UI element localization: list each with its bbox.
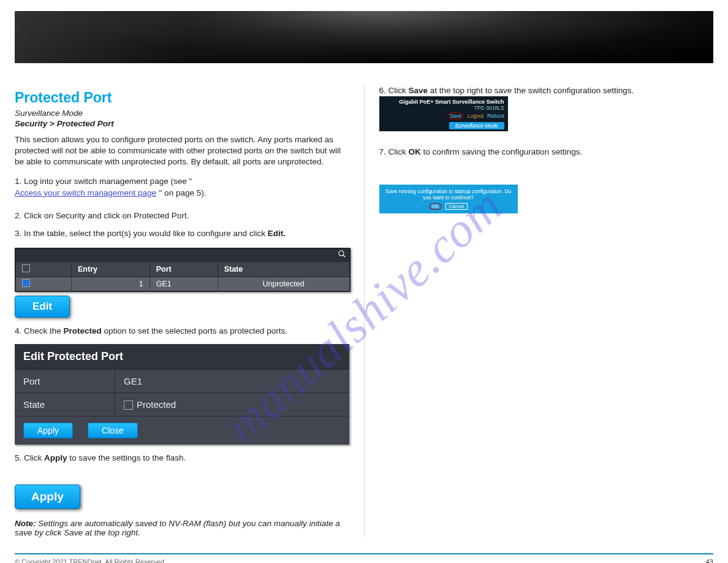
search-icon[interactable] bbox=[15, 248, 350, 261]
footer: © Copyright 2021 TRENDnet. All Rights Re… bbox=[15, 553, 713, 563]
section-title: Protected Port bbox=[15, 90, 349, 106]
apply-button[interactable]: Apply bbox=[15, 484, 80, 509]
cell-entry: 1 bbox=[72, 277, 150, 291]
mini-mode-badge: Surveillance Mode bbox=[449, 122, 504, 129]
note: Note: Settings are automatically saved t… bbox=[15, 519, 349, 537]
subheading: Surveillance Mode bbox=[15, 109, 349, 118]
step-1-link[interactable]: Access your switch management page bbox=[15, 188, 156, 197]
footer-copyright: © Copyright 2021 TRENDnet. All Rights Re… bbox=[15, 558, 166, 563]
row-checkbox[interactable] bbox=[22, 279, 30, 287]
panel-apply-button[interactable]: Apply bbox=[23, 423, 73, 439]
col-entry: Entry bbox=[72, 261, 150, 277]
mini-model: TPE-3018LS bbox=[383, 105, 504, 111]
edit-protected-port-panel: Edit Protected Port Port GE1 State Prote… bbox=[15, 344, 349, 445]
step-5: 5. Click Apply to save the settings to t… bbox=[15, 453, 349, 462]
page-number: 43 bbox=[706, 558, 713, 563]
step-4: 4. Check the Protected option to set the… bbox=[15, 326, 349, 335]
top-banner bbox=[15, 11, 713, 63]
mini-logout-button[interactable]: Logout bbox=[468, 113, 483, 119]
step-3: 3. In the table, select the port(s) you … bbox=[15, 229, 349, 238]
dialog-cancel-button[interactable]: Cancel bbox=[446, 203, 468, 210]
panel-state-label: State bbox=[15, 393, 115, 416]
select-all-checkbox[interactable] bbox=[22, 264, 30, 272]
mini-reboot-button[interactable]: Reboot bbox=[487, 113, 504, 119]
panel-port-value: GE1 bbox=[115, 370, 349, 393]
cell-port: GE1 bbox=[150, 277, 218, 291]
svg-point-0 bbox=[338, 250, 343, 255]
port-table: Entry Port State 1 GE1 Unprotected bbox=[15, 261, 350, 291]
breadcrumb: Security > Protected Port bbox=[15, 119, 349, 128]
intro-paragraph: This section allows you to configure pro… bbox=[15, 134, 349, 168]
step-2: 2. Click on Security and click on Protec… bbox=[15, 211, 349, 220]
panel-close-button[interactable]: Close bbox=[88, 423, 138, 439]
save-screenshot: Gigabit PoE+ Smart Surveillance Switch T… bbox=[379, 96, 508, 131]
cell-state: Unprotected bbox=[218, 277, 349, 291]
dialog-message: Save running configuration to startup co… bbox=[384, 188, 513, 201]
edit-button[interactable]: Edit bbox=[15, 296, 70, 318]
port-table-wrap: Entry Port State 1 GE1 Unprotected bbox=[15, 248, 351, 292]
mini-title: Gigabit PoE+ Smart Surveillance Switch bbox=[383, 99, 504, 105]
mini-save-button[interactable]: Save bbox=[447, 112, 464, 120]
panel-state-value: Protected bbox=[137, 399, 176, 410]
confirm-dialog-screenshot: Save running configuration to startup co… bbox=[379, 185, 518, 213]
right-column: 6. Click Save at the top right to save t… bbox=[364, 85, 714, 537]
table-row[interactable]: 1 GE1 Unprotected bbox=[16, 277, 350, 291]
step-7: 7. Click OK to confirm saving the config… bbox=[379, 147, 714, 156]
dialog-ok-button[interactable]: OK bbox=[429, 203, 442, 210]
step-1: 1. Log into your switch management page … bbox=[15, 177, 349, 186]
col-port: Port bbox=[150, 261, 218, 277]
step-6: 6. Click Save at the top right to save t… bbox=[379, 86, 714, 95]
step-1-suffix: " on page 5). bbox=[159, 188, 207, 197]
col-state: State bbox=[218, 261, 349, 277]
panel-port-label: Port bbox=[15, 370, 115, 393]
panel-title: Edit Protected Port bbox=[15, 344, 349, 369]
left-column: Protected Port Surveillance Mode Securit… bbox=[15, 85, 349, 537]
protected-checkbox[interactable] bbox=[124, 400, 133, 410]
svg-line-1 bbox=[343, 255, 345, 257]
